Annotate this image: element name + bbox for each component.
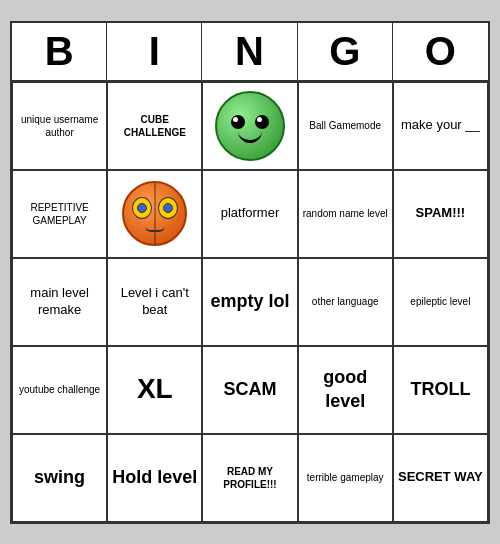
bingo-cell-r1c1 — [107, 170, 202, 258]
bingo-grid: unique username authorCUBE CHALLENGE Bal… — [12, 82, 488, 522]
bingo-cell-r4c2: READ MY PROFILE!!! — [202, 434, 297, 522]
cell-text-r3c2: SCAM — [223, 378, 276, 401]
cell-text-r2c0: main level remake — [17, 285, 102, 319]
bingo-cell-r2c2: empty lol — [202, 258, 297, 346]
bingo-header: BINGO — [12, 23, 488, 82]
cell-text-r0c3: Ball Gamemode — [309, 119, 381, 132]
alien-face-icon — [122, 181, 187, 246]
bingo-letter-i: I — [107, 23, 202, 80]
bingo-letter-o: O — [393, 23, 488, 80]
bingo-cell-r4c3: terrible gameplay — [298, 434, 393, 522]
cell-text-r3c1: XL — [137, 371, 173, 407]
bingo-cell-r4c4: SECRET WAY — [393, 434, 488, 522]
cell-text-r4c3: terrible gameplay — [307, 471, 384, 484]
cell-text-r0c4: make your __ — [401, 117, 480, 134]
bingo-letter-g: G — [298, 23, 393, 80]
bingo-cell-r3c4: TROLL — [393, 346, 488, 434]
bingo-cell-r3c0: youtube challenge — [12, 346, 107, 434]
cell-text-r2c2: empty lol — [210, 290, 289, 313]
bingo-cell-r0c3: Ball Gamemode — [298, 82, 393, 170]
cell-text-r3c0: youtube challenge — [19, 383, 100, 396]
bingo-cell-r2c3: other language — [298, 258, 393, 346]
cell-text-r2c1: Level i can't beat — [112, 285, 197, 319]
bingo-cell-r4c1: Hold level — [107, 434, 202, 522]
cell-text-r4c2: READ MY PROFILE!!! — [207, 465, 292, 491]
cell-text-r4c0: swing — [34, 466, 85, 489]
cell-text-r3c4: TROLL — [410, 378, 470, 401]
bingo-cell-r2c1: Level i can't beat — [107, 258, 202, 346]
bingo-cell-r1c2: platformer — [202, 170, 297, 258]
green-ball-icon — [215, 91, 285, 161]
bingo-card: BINGO unique username authorCUBE CHALLEN… — [10, 21, 490, 524]
cell-text-r1c2: platformer — [221, 205, 280, 222]
bingo-letter-n: N — [202, 23, 297, 80]
cell-text-r1c0: REPETITIVE GAMEPLAY — [17, 201, 102, 227]
bingo-cell-r2c0: main level remake — [12, 258, 107, 346]
cell-text-r4c4: SECRET WAY — [398, 469, 483, 486]
bingo-cell-r0c1: CUBE CHALLENGE — [107, 82, 202, 170]
bingo-cell-r3c2: SCAM — [202, 346, 297, 434]
cell-text-r0c1: CUBE CHALLENGE — [112, 113, 197, 139]
bingo-cell-r1c4: SPAM!!! — [393, 170, 488, 258]
bingo-cell-r4c0: swing — [12, 434, 107, 522]
bingo-cell-r1c0: REPETITIVE GAMEPLAY — [12, 170, 107, 258]
cell-text-r2c4: epileptic level — [410, 295, 470, 308]
cell-text-r4c1: Hold level — [112, 466, 197, 489]
cell-text-r0c0: unique username author — [17, 113, 102, 139]
cell-text-r1c3: random name level — [303, 207, 388, 220]
cell-text-r1c4: SPAM!!! — [416, 205, 466, 222]
bingo-cell-r1c3: random name level — [298, 170, 393, 258]
bingo-cell-r0c4: make your __ — [393, 82, 488, 170]
cell-text-r2c3: other language — [312, 295, 379, 308]
bingo-letter-b: B — [12, 23, 107, 80]
cell-text-r3c3: good level — [303, 366, 388, 413]
bingo-cell-r0c0: unique username author — [12, 82, 107, 170]
bingo-cell-r3c3: good level — [298, 346, 393, 434]
bingo-cell-r2c4: epileptic level — [393, 258, 488, 346]
bingo-cell-r3c1: XL — [107, 346, 202, 434]
bingo-cell-r0c2 — [202, 82, 297, 170]
